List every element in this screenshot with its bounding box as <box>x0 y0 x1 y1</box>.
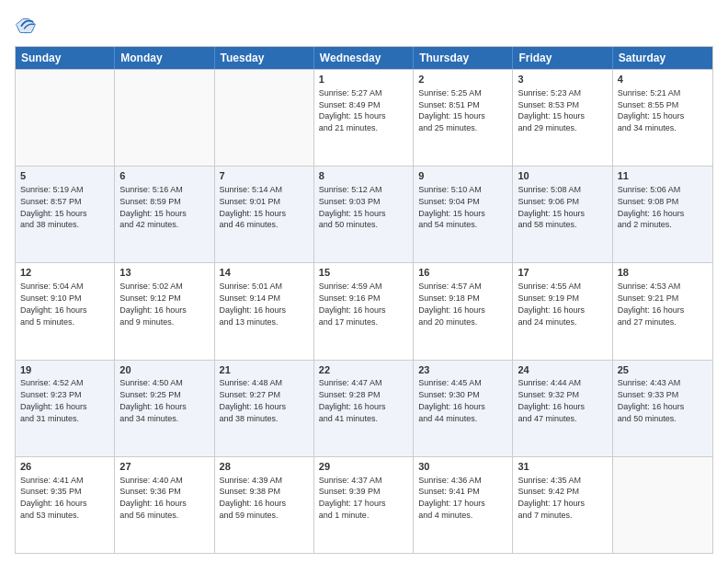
day-number: 5 <box>20 169 109 183</box>
day-cell-1: 1Sunrise: 5:27 AM Sunset: 8:49 PM Daylig… <box>314 70 414 166</box>
day-cell-14: 14Sunrise: 5:01 AM Sunset: 9:14 PM Dayli… <box>215 263 314 359</box>
day-cell-31: 31Sunrise: 4:35 AM Sunset: 9:42 PM Dayli… <box>513 457 612 553</box>
day-number: 30 <box>418 460 507 474</box>
day-cell-27: 27Sunrise: 4:40 AM Sunset: 9:36 PM Dayli… <box>115 457 214 553</box>
day-number: 8 <box>319 169 408 183</box>
day-info: Sunrise: 5:10 AM Sunset: 9:04 PM Dayligh… <box>418 185 485 229</box>
day-cell-21: 21Sunrise: 4:48 AM Sunset: 9:27 PM Dayli… <box>215 361 314 456</box>
day-number: 29 <box>319 460 408 474</box>
day-cell-5: 5Sunrise: 5:19 AM Sunset: 8:57 PM Daylig… <box>16 167 115 262</box>
day-info: Sunrise: 5:25 AM Sunset: 8:51 PM Dayligh… <box>418 88 485 132</box>
day-cell-20: 20Sunrise: 4:50 AM Sunset: 9:25 PM Dayli… <box>115 361 214 456</box>
day-info: Sunrise: 4:39 AM Sunset: 9:38 PM Dayligh… <box>220 476 287 520</box>
day-cell-30: 30Sunrise: 4:36 AM Sunset: 9:41 PM Dayli… <box>414 457 513 553</box>
day-number: 11 <box>618 169 708 183</box>
day-info: Sunrise: 4:44 AM Sunset: 9:32 PM Dayligh… <box>518 378 585 422</box>
day-cell-22: 22Sunrise: 4:47 AM Sunset: 9:28 PM Dayli… <box>314 361 414 456</box>
header-cell-tuesday: Tuesday <box>215 47 314 69</box>
empty-cell-0-2 <box>215 70 314 166</box>
day-info: Sunrise: 4:47 AM Sunset: 9:28 PM Dayligh… <box>319 378 386 422</box>
day-cell-12: 12Sunrise: 5:04 AM Sunset: 9:10 PM Dayli… <box>16 263 115 359</box>
logo-icon <box>15 15 37 37</box>
day-number: 17 <box>518 266 607 280</box>
day-info: Sunrise: 5:19 AM Sunset: 8:57 PM Dayligh… <box>20 185 87 229</box>
day-info: Sunrise: 5:06 AM Sunset: 9:08 PM Dayligh… <box>618 185 685 229</box>
day-number: 13 <box>119 266 209 280</box>
day-cell-8: 8Sunrise: 5:12 AM Sunset: 9:03 PM Daylig… <box>314 167 414 262</box>
day-info: Sunrise: 5:14 AM Sunset: 9:01 PM Dayligh… <box>220 185 287 229</box>
calendar-header-row: SundayMondayTuesdayWednesdayThursdayFrid… <box>16 47 712 69</box>
day-number: 19 <box>20 363 109 377</box>
day-info: Sunrise: 4:52 AM Sunset: 9:23 PM Dayligh… <box>20 378 87 422</box>
day-number: 27 <box>119 460 209 474</box>
day-info: Sunrise: 4:53 AM Sunset: 9:21 PM Dayligh… <box>618 282 685 326</box>
day-cell-19: 19Sunrise: 4:52 AM Sunset: 9:23 PM Dayli… <box>16 361 115 456</box>
calendar-row-2: 12Sunrise: 5:04 AM Sunset: 9:10 PM Dayli… <box>16 262 712 359</box>
day-number: 21 <box>220 363 309 377</box>
day-cell-9: 9Sunrise: 5:10 AM Sunset: 9:04 PM Daylig… <box>414 167 513 262</box>
header-cell-sunday: Sunday <box>16 47 115 69</box>
empty-cell-0-0 <box>16 70 115 166</box>
day-number: 18 <box>618 266 708 280</box>
day-info: Sunrise: 4:37 AM Sunset: 9:39 PM Dayligh… <box>319 476 386 520</box>
day-info: Sunrise: 5:16 AM Sunset: 8:59 PM Dayligh… <box>119 185 187 229</box>
header <box>15 15 713 37</box>
calendar-row-0: 1Sunrise: 5:27 AM Sunset: 8:49 PM Daylig… <box>16 69 712 166</box>
page: SundayMondayTuesdayWednesdayThursdayFrid… <box>0 0 728 563</box>
header-cell-friday: Friday <box>513 47 612 69</box>
logo <box>15 15 40 37</box>
calendar-body: 1Sunrise: 5:27 AM Sunset: 8:49 PM Daylig… <box>16 69 712 553</box>
day-cell-18: 18Sunrise: 4:53 AM Sunset: 9:21 PM Dayli… <box>613 263 712 359</box>
day-info: Sunrise: 4:57 AM Sunset: 9:18 PM Dayligh… <box>418 282 485 326</box>
day-cell-17: 17Sunrise: 4:55 AM Sunset: 9:19 PM Dayli… <box>513 263 612 359</box>
day-number: 3 <box>518 73 607 86</box>
day-info: Sunrise: 4:41 AM Sunset: 9:35 PM Dayligh… <box>20 476 87 520</box>
calendar: SundayMondayTuesdayWednesdayThursdayFrid… <box>15 46 713 554</box>
day-info: Sunrise: 5:08 AM Sunset: 9:06 PM Dayligh… <box>518 185 585 229</box>
day-cell-4: 4Sunrise: 5:21 AM Sunset: 8:55 PM Daylig… <box>613 70 712 166</box>
day-info: Sunrise: 4:40 AM Sunset: 9:36 PM Dayligh… <box>119 476 187 520</box>
day-number: 2 <box>418 73 507 86</box>
header-cell-wednesday: Wednesday <box>314 47 414 69</box>
day-number: 16 <box>418 266 507 280</box>
day-info: Sunrise: 5:27 AM Sunset: 8:49 PM Dayligh… <box>319 88 386 132</box>
calendar-row-3: 19Sunrise: 4:52 AM Sunset: 9:23 PM Dayli… <box>16 360 712 456</box>
day-number: 15 <box>319 266 408 280</box>
empty-cell-4-6 <box>613 457 712 553</box>
day-number: 31 <box>518 460 607 474</box>
day-cell-2: 2Sunrise: 5:25 AM Sunset: 8:51 PM Daylig… <box>414 70 513 166</box>
day-cell-11: 11Sunrise: 5:06 AM Sunset: 9:08 PM Dayli… <box>613 167 712 262</box>
day-cell-24: 24Sunrise: 4:44 AM Sunset: 9:32 PM Dayli… <box>513 361 612 456</box>
day-number: 10 <box>518 169 607 183</box>
calendar-row-4: 26Sunrise: 4:41 AM Sunset: 9:35 PM Dayli… <box>16 456 712 553</box>
header-cell-thursday: Thursday <box>414 47 513 69</box>
day-number: 12 <box>20 266 109 280</box>
day-info: Sunrise: 5:12 AM Sunset: 9:03 PM Dayligh… <box>319 185 386 229</box>
day-number: 4 <box>618 73 708 86</box>
day-number: 28 <box>220 460 309 474</box>
day-cell-26: 26Sunrise: 4:41 AM Sunset: 9:35 PM Dayli… <box>16 457 115 553</box>
day-cell-16: 16Sunrise: 4:57 AM Sunset: 9:18 PM Dayli… <box>414 263 513 359</box>
day-number: 14 <box>220 266 309 280</box>
day-number: 20 <box>119 363 209 377</box>
day-info: Sunrise: 4:59 AM Sunset: 9:16 PM Dayligh… <box>319 282 386 326</box>
day-info: Sunrise: 4:36 AM Sunset: 9:41 PM Dayligh… <box>418 476 485 520</box>
empty-cell-0-1 <box>115 70 214 166</box>
day-cell-15: 15Sunrise: 4:59 AM Sunset: 9:16 PM Dayli… <box>314 263 414 359</box>
day-info: Sunrise: 4:43 AM Sunset: 9:33 PM Dayligh… <box>618 378 685 422</box>
day-info: Sunrise: 4:48 AM Sunset: 9:27 PM Dayligh… <box>220 378 287 422</box>
day-info: Sunrise: 4:55 AM Sunset: 9:19 PM Dayligh… <box>518 282 585 326</box>
day-info: Sunrise: 5:21 AM Sunset: 8:55 PM Dayligh… <box>618 88 685 132</box>
day-number: 26 <box>20 460 109 474</box>
day-number: 22 <box>319 363 408 377</box>
day-cell-7: 7Sunrise: 5:14 AM Sunset: 9:01 PM Daylig… <box>215 167 314 262</box>
day-cell-3: 3Sunrise: 5:23 AM Sunset: 8:53 PM Daylig… <box>513 70 612 166</box>
day-cell-10: 10Sunrise: 5:08 AM Sunset: 9:06 PM Dayli… <box>513 167 612 262</box>
day-number: 9 <box>418 169 507 183</box>
day-cell-23: 23Sunrise: 4:45 AM Sunset: 9:30 PM Dayli… <box>414 361 513 456</box>
calendar-row-1: 5Sunrise: 5:19 AM Sunset: 8:57 PM Daylig… <box>16 166 712 262</box>
day-info: Sunrise: 4:50 AM Sunset: 9:25 PM Dayligh… <box>119 378 187 422</box>
day-cell-28: 28Sunrise: 4:39 AM Sunset: 9:38 PM Dayli… <box>215 457 314 553</box>
day-number: 25 <box>618 363 708 377</box>
day-info: Sunrise: 5:02 AM Sunset: 9:12 PM Dayligh… <box>119 282 187 326</box>
